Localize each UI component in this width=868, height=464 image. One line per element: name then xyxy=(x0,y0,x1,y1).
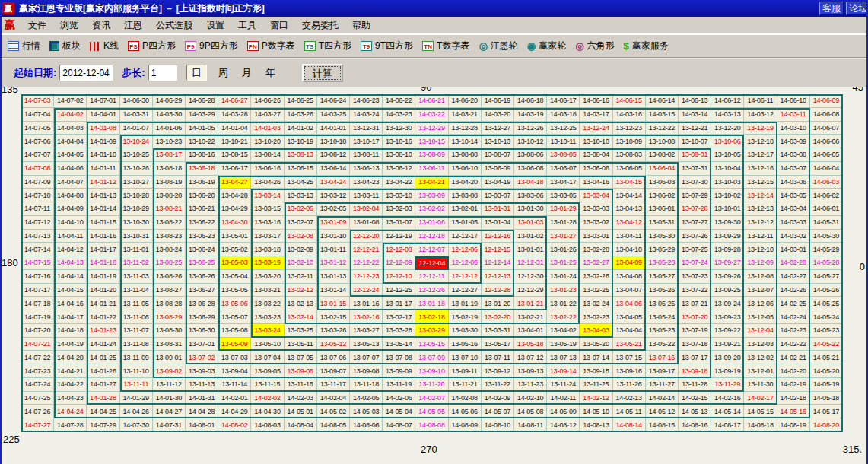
date-cell: 14-05-24 xyxy=(810,310,843,324)
luntan-button[interactable]: 论坛 xyxy=(846,2,868,15)
date-cell: 12-12-07 xyxy=(415,243,448,256)
date-cell: 13-11-01 xyxy=(120,243,153,256)
toolbar-t9-square-button[interactable]: T99T四方形 xyxy=(356,37,418,56)
date-cell: 13-06-08 xyxy=(514,162,547,176)
unit-year-toggle[interactable]: 年 xyxy=(265,67,275,78)
date-cell: 14-01-12 xyxy=(87,176,119,189)
winner-wheel-icon: ◉ xyxy=(527,41,536,52)
date-cell: 14-05-25 xyxy=(810,297,843,310)
date-cell: 13-12-23 xyxy=(613,122,646,135)
calc-button[interactable]: 计算 xyxy=(302,64,343,82)
menu-item-5[interactable]: 公式选股 xyxy=(149,18,199,32)
date-cell: 13-08-28 xyxy=(153,297,186,310)
date-cell: 14-06-20 xyxy=(449,94,482,108)
toolbar-winner-wheel-button[interactable]: ◉赢家轮 xyxy=(523,37,571,56)
date-cell: 14-04-11 xyxy=(54,230,87,243)
date-cell: 14-08-04 xyxy=(285,418,317,432)
toolbar-gann-wheel-button[interactable]: ◎江恩轮 xyxy=(474,37,522,56)
date-cell: 13-07-03 xyxy=(218,351,251,364)
date-cell: 12-12-20 xyxy=(350,230,383,243)
date-cell: 13-10-16 xyxy=(383,135,415,148)
date-cell: 14-07-05 xyxy=(21,122,54,135)
date-cell: 13-08-25 xyxy=(153,256,186,270)
date-cell: 14-05-27 xyxy=(810,270,843,284)
date-cell: 13-05-13 xyxy=(350,338,383,351)
date-cell: 14-07-02 xyxy=(54,94,87,108)
date-cell: 12-12-29 xyxy=(514,284,547,297)
date-cell: 14-02-08 xyxy=(449,392,482,405)
app-icon: 赢 xyxy=(2,2,14,14)
date-cell: 14-04-22 xyxy=(54,378,87,392)
date-cell: 13-06-06 xyxy=(580,162,612,176)
toolbar-kline-button[interactable]: K线 xyxy=(85,37,123,56)
toolbar-t-number-table-button[interactable]: TNT数字表 xyxy=(418,37,474,56)
gann-wheel-icon: ◎ xyxy=(479,41,487,52)
menu-item-6[interactable]: 设置 xyxy=(199,18,231,32)
toolbar-p9-square-button[interactable]: P99P四方形 xyxy=(180,37,243,56)
date-cell: 13-02-28 xyxy=(580,243,612,256)
date-cell: 13-08-21 xyxy=(153,202,186,216)
menu-item-8[interactable]: 窗口 xyxy=(263,18,295,32)
date-cell: 13-07-13 xyxy=(547,351,580,364)
date-cell: 12-12-23 xyxy=(350,270,383,284)
date-cell: 14-02-18 xyxy=(777,392,810,405)
date-cell: 13-12-19 xyxy=(744,122,777,135)
toolbar-quote-table-button[interactable]: 行情 xyxy=(3,37,45,56)
toolbar-p-square-button[interactable]: PSP四方形 xyxy=(123,37,180,56)
date-cell: 13-05-26 xyxy=(646,284,679,297)
date-cell: 13-10-18 xyxy=(317,135,350,148)
date-cell: 14-05-31 xyxy=(810,216,843,230)
date-cell: 13-11-08 xyxy=(120,338,153,351)
menu-item-2[interactable]: 浏览 xyxy=(53,18,85,32)
menu-item-10[interactable]: 帮助 xyxy=(345,18,377,32)
menu-item-1[interactable]: 文件 xyxy=(21,18,53,32)
menu-item-4[interactable]: 江恩 xyxy=(117,18,149,32)
date-cell: 14-07-14 xyxy=(21,243,54,256)
toolbar-p-number-table-button[interactable]: PNP数字表 xyxy=(243,37,300,56)
date-cell: 13-10-23 xyxy=(153,135,186,148)
menu-item-7[interactable]: 工具 xyxy=(231,18,263,32)
unit-week-toggle[interactable]: 周 xyxy=(218,67,228,78)
unit-month-toggle[interactable]: 月 xyxy=(242,67,252,78)
toolbar-item-label: 赢家服务 xyxy=(632,40,669,52)
date-cell: 13-04-27 xyxy=(218,176,251,189)
toolbar-hexagon-button[interactable]: ◎六角形 xyxy=(571,37,618,56)
date-cell: 14-03-10 xyxy=(777,122,810,135)
start-date-input[interactable] xyxy=(59,65,113,81)
date-cell: 14-04-24 xyxy=(54,405,87,418)
date-cell: 14-06-23 xyxy=(350,94,383,108)
date-cell: 13-03-09 xyxy=(415,189,448,202)
date-cell: 14-02-06 xyxy=(383,392,415,405)
date-cell: 14-02-02 xyxy=(251,392,284,405)
date-cell: 14-05-15 xyxy=(744,405,777,418)
unit-day-toggle[interactable]: 日 xyxy=(186,65,207,81)
date-cell: 14-05-14 xyxy=(711,405,744,418)
date-cell: 14-02-22 xyxy=(777,338,810,351)
date-cell: 12-12-25 xyxy=(383,284,415,297)
kefu-button[interactable]: 客服 xyxy=(819,2,844,15)
date-cell: 14-03-14 xyxy=(679,108,711,122)
date-cell: 13-12-01 xyxy=(744,364,777,378)
date-cell: 14-07-20 xyxy=(21,324,54,338)
date-cell: 13-04-01 xyxy=(514,324,547,338)
date-cell: 13-08-16 xyxy=(186,148,218,162)
toolbar-item-label: P数字表 xyxy=(262,40,295,52)
toolbar-t-square-button[interactable]: TST四方形 xyxy=(300,37,356,56)
menu-item-3[interactable]: 资讯 xyxy=(85,18,117,32)
date-cell: 13-01-27 xyxy=(547,230,580,243)
date-cell: 14-02-01 xyxy=(218,392,251,405)
date-cell: 13-04-20 xyxy=(449,176,482,189)
date-cell: 13-01-25 xyxy=(547,256,580,270)
step-input[interactable] xyxy=(148,65,177,81)
date-cell: 13-05-07 xyxy=(218,310,251,324)
date-cell: 14-03-29 xyxy=(186,108,218,122)
toolbar-sector-blocks-button[interactable]: 板块 xyxy=(45,37,85,56)
toolbar-service-dollar-button[interactable]: $赢家服务 xyxy=(618,37,672,56)
date-cell: 14-07-10 xyxy=(21,189,54,202)
date-cell: 14-02-28 xyxy=(777,256,810,270)
date-cell: 14-01-21 xyxy=(87,297,119,310)
date-cell: 14-01-30 xyxy=(153,392,186,405)
menu-item-9[interactable]: 交易委托 xyxy=(295,18,345,32)
date-cell: 12-12-08 xyxy=(383,243,415,256)
date-cell: 13-04-12 xyxy=(613,216,646,230)
